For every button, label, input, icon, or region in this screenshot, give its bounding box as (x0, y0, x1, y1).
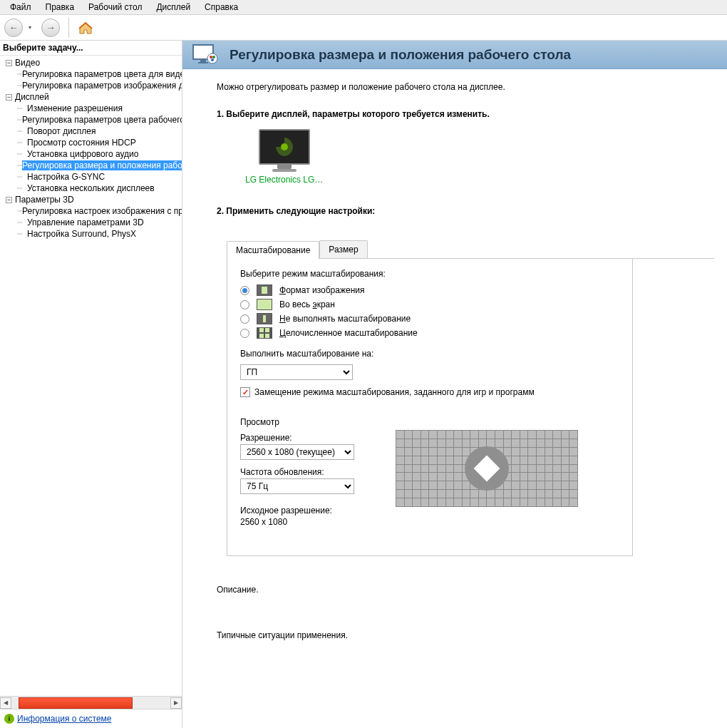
integer-scaling-icon (257, 327, 272, 339)
option-fullscreen[interactable]: Во весь экран (240, 299, 619, 310)
tab-scaling[interactable]: Масштабирование (227, 241, 319, 259)
sidebar-header: Выберите задачу... (0, 41, 182, 56)
tree-item[interactable]: ┈Регулировка параметров цвета рабочего с… (0, 114, 182, 125)
svg-point-7 (281, 143, 288, 150)
tree-item[interactable]: ┈Управление параметрами 3D (0, 217, 182, 228)
tree-item[interactable]: ┈Просмотр состояния HDCP (0, 137, 182, 148)
option-no-scaling[interactable]: Не выполнять масштабирование (240, 313, 619, 324)
svg-point-4 (210, 56, 212, 58)
collapse-icon[interactable]: − (6, 197, 12, 203)
menubar: Файл Правка Рабочий стол Дисплей Справка (0, 0, 727, 15)
system-info-link[interactable]: i Информация о системе (0, 709, 182, 728)
back-history-dropdown[interactable]: ▾ (29, 24, 36, 31)
tree-item-selected[interactable]: ┈Регулировка размера и положения рабочег… (0, 160, 182, 171)
monitor-icon (259, 129, 310, 165)
page-title: Регулировка размера и положения рабочего… (230, 47, 571, 63)
tree-item[interactable]: ┈Настройка Surround, PhysX (0, 228, 182, 240)
option-label: Формат изображения (279, 285, 364, 295)
radio-input[interactable] (240, 300, 249, 309)
usage-section: Типичные ситуации применения. (217, 630, 714, 640)
preview-label: Просмотр (240, 417, 619, 427)
page-intro: Можно отрегулировать размер и положение … (217, 82, 714, 92)
display-name: LG Electronics LG… (245, 175, 323, 185)
svg-point-5 (212, 56, 215, 58)
toolbar-separator (68, 18, 69, 38)
settings-tabs: Масштабирование Размер (227, 240, 714, 259)
radio-input[interactable] (240, 329, 249, 338)
override-scaling-checkbox[interactable]: ✓ Замещение режима масштабирования, зада… (240, 387, 619, 397)
tree-item[interactable]: ┈Регулировка параметров изображения для … (0, 80, 182, 91)
resolution-label: Разрешение: (240, 433, 354, 443)
display-settings-icon (192, 44, 220, 66)
override-label: Замещение режима масштабирования, заданн… (254, 387, 535, 397)
radio-input[interactable] (240, 314, 249, 324)
fullscreen-icon (257, 299, 272, 310)
aspect-ratio-icon (257, 284, 272, 296)
menu-help[interactable]: Справка (197, 1, 245, 14)
tree-item[interactable]: ┈Поворот дисплея (0, 125, 182, 137)
tree-item[interactable]: ┈Установка нескольких дисплеев (0, 183, 182, 194)
menu-display[interactable]: Дисплей (149, 1, 197, 14)
menu-desktop[interactable]: Рабочий стол (81, 1, 149, 14)
option-aspect-ratio[interactable]: Формат изображения (240, 284, 619, 296)
system-info-link-text[interactable]: Информация о системе (17, 714, 111, 724)
display-tile[interactable]: LG Electronics LG… (245, 129, 323, 185)
scroll-right-button[interactable]: ▶ (170, 697, 182, 709)
resolution-select[interactable]: 2560 x 1080 (текущее) (240, 444, 354, 460)
refresh-label: Частота обновления: (240, 467, 354, 477)
tree-group-3d[interactable]: −Параметры 3D (0, 194, 182, 205)
svg-rect-2 (198, 62, 208, 63)
step-2-label: 2. Применить следующие настройки: (217, 206, 714, 216)
scroll-left-button[interactable]: ◀ (0, 697, 11, 709)
menu-edit[interactable]: Правка (38, 1, 82, 14)
forward-button[interactable]: → (41, 19, 60, 37)
native-res-label: Исходное разрешение: (240, 506, 354, 516)
tree-group-display[interactable]: −Дисплей (0, 91, 182, 103)
toolbar: ← ▾ → (0, 15, 727, 41)
scroll-track[interactable] (11, 697, 170, 709)
svg-rect-1 (200, 60, 206, 62)
native-res-value: 2560 x 1080 (240, 517, 354, 527)
collapse-icon[interactable]: − (6, 60, 12, 66)
scroll-thumb[interactable] (19, 697, 133, 709)
option-integer-scaling[interactable]: Целочисленное масштабирование (240, 327, 619, 339)
menu-file[interactable]: Файл (3, 1, 38, 14)
scaling-preview-graphic (396, 430, 578, 507)
page-titlebar: Регулировка размера и положения рабочего… (182, 41, 727, 69)
info-icon: i (4, 714, 14, 724)
option-label: Целочисленное масштабирование (279, 328, 418, 338)
radio-input[interactable] (240, 286, 249, 295)
step-1-label: 1. Выберите дисплей, параметры которого … (217, 109, 714, 119)
horizontal-scrollbar[interactable]: ◀ ▶ (0, 696, 182, 709)
tree-item[interactable]: ┈Регулировка настроек изображения с прос… (0, 205, 182, 217)
perform-scaling-select[interactable]: ГП (240, 364, 353, 380)
tab-scaling-pane: Выберите режим масштабирования: Формат и… (227, 259, 633, 556)
perform-scaling-label: Выполнить масштабирование на: (240, 349, 619, 359)
no-scaling-icon (257, 313, 272, 324)
main-pane: Регулировка размера и положения рабочего… (182, 41, 727, 728)
nvidia-control-panel: Файл Правка Рабочий стол Дисплей Справка… (0, 0, 727, 728)
task-tree: −Видео ┈Регулировка параметров цвета для… (0, 56, 182, 696)
home-button[interactable] (78, 21, 93, 35)
scaling-mode-label: Выберите режим масштабирования: (240, 269, 619, 279)
collapse-icon[interactable]: − (6, 94, 12, 101)
checkbox-checked-icon: ✓ (240, 387, 250, 397)
option-label: Не выполнять масштабирование (279, 314, 411, 324)
tree-item[interactable]: ┈Установка цифрового аудио (0, 148, 182, 160)
svg-point-6 (211, 58, 214, 61)
description-section: Описание. (217, 585, 714, 595)
refresh-rate-select[interactable]: 75 Гц (240, 478, 354, 494)
option-label: Во весь экран (279, 299, 335, 309)
preview-center-target-icon (465, 446, 509, 491)
tree-item[interactable]: ┈Регулировка параметров цвета для видео (0, 68, 182, 80)
tab-size[interactable]: Размер (319, 240, 367, 258)
tree-group-video[interactable]: −Видео (0, 57, 182, 68)
tree-item[interactable]: ┈Настройка G-SYNC (0, 171, 182, 183)
back-button[interactable]: ← (4, 19, 23, 37)
sidebar: Выберите задачу... −Видео ┈Регулировка п… (0, 41, 182, 728)
tree-item[interactable]: ┈Изменение разрешения (0, 103, 182, 114)
